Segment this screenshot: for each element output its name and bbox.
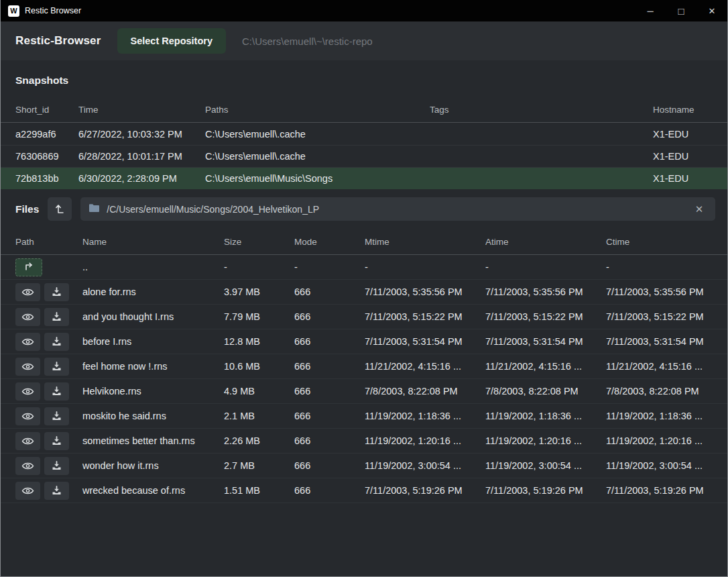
file-name: wonder how it.rns (82, 460, 224, 471)
snapshot-paths: C:\Users\emuell\Music\Songs (205, 173, 430, 184)
preview-file-button[interactable] (15, 358, 40, 376)
download-file-button[interactable] (44, 382, 69, 401)
file-actions (15, 432, 82, 450)
preview-file-button[interactable] (15, 407, 40, 425)
file-ctime: 11/21/2002, 4:15:16 ... (606, 361, 713, 372)
eye-icon (21, 337, 34, 346)
download-file-button[interactable] (44, 358, 69, 376)
eye-icon (21, 288, 34, 297)
preview-file-button[interactable] (15, 283, 40, 301)
file-mtime: - (365, 262, 485, 272)
file-row[interactable]: before I.rns12.8 MB6667/11/2003, 5:31:54… (1, 329, 727, 354)
preview-file-button[interactable] (15, 457, 40, 475)
file-atime: 11/21/2002, 4:15:16 ... (485, 361, 606, 372)
download-file-button[interactable] (44, 482, 69, 500)
file-ctime: 11/19/2002, 1:18:36 ... (606, 411, 713, 421)
file-mtime: 7/11/2003, 5:15:22 PM (365, 311, 485, 322)
col-size: Size (224, 237, 294, 247)
file-mtime: 7/11/2003, 5:31:54 PM (365, 336, 485, 347)
file-size: 2.7 MB (224, 460, 294, 471)
snapshot-row[interactable]: 72b813bb6/30/2022, 2:28:09 PMC:\Users\em… (1, 167, 727, 189)
download-file-button[interactable] (44, 333, 69, 351)
file-mtime: 11/19/2002, 1:20:16 ... (365, 435, 485, 446)
file-ctime: 7/11/2003, 5:15:22 PM (606, 311, 713, 322)
file-size: 2.26 MB (224, 435, 294, 446)
maximize-button[interactable]: □ (666, 0, 696, 21)
col-ctime: Ctime (606, 237, 713, 247)
file-ctime: 7/8/2003, 8:22:08 PM (606, 386, 713, 397)
eye-icon (21, 362, 34, 371)
col-hostname: Hostname (653, 105, 713, 115)
file-mtime: 7/11/2003, 5:19:26 PM (365, 485, 485, 496)
file-row[interactable]: Helvikone.rns4.9 MB6667/8/2003, 8:22:08 … (1, 379, 727, 404)
file-name: sometimes better than.rns (82, 435, 224, 446)
file-size: 7.79 MB (224, 311, 294, 322)
file-mode: 666 (294, 485, 365, 496)
file-row[interactable]: sometimes better than.rns2.26 MB66611/19… (1, 429, 727, 454)
file-name: wrecked because of.rns (82, 485, 224, 496)
file-actions (15, 308, 82, 326)
file-size: - (224, 262, 294, 272)
titlebar: W Restic Browser ─ □ ✕ (1, 0, 727, 21)
file-mode: 666 (294, 386, 365, 397)
file-row[interactable]: and you thought I.rns7.79 MB6667/11/2003… (1, 305, 727, 329)
file-row[interactable]: moskito he said.rns2.1 MB66611/19/2002, … (1, 404, 727, 429)
parent-directory-row[interactable]: ..----- (1, 255, 727, 280)
preview-file-button[interactable] (15, 382, 40, 401)
file-mode: 666 (294, 460, 365, 471)
download-file-button[interactable] (44, 457, 69, 475)
col-short-id: Short_id (15, 105, 78, 115)
preview-file-button[interactable] (15, 432, 40, 450)
select-repository-button[interactable]: Select Repository (117, 28, 227, 54)
snapshot-short-id: 72b813bb (15, 173, 78, 184)
file-row[interactable]: wonder how it.rns2.7 MB66611/19/2002, 3:… (1, 454, 727, 478)
download-icon (52, 337, 62, 347)
file-actions (15, 482, 82, 500)
current-path-input[interactable]: /C/Users/emuell/Music/Songs/2004_Helveti… (80, 197, 715, 221)
file-name: alone for.rns (82, 286, 224, 297)
files-table-header: Path Name Size Mode Mtime Atime Ctime (1, 229, 727, 255)
file-ctime: 7/11/2003, 5:35:56 PM (606, 286, 713, 297)
download-file-button[interactable] (44, 407, 69, 425)
eye-icon (21, 313, 34, 321)
col-name: Name (82, 237, 224, 247)
preview-file-button[interactable] (15, 333, 40, 351)
download-file-button[interactable] (44, 308, 69, 326)
preview-file-button[interactable] (15, 482, 40, 500)
file-row[interactable]: wrecked because of.rns1.51 MB6667/11/200… (1, 478, 727, 503)
snapshot-paths: C:\Users\emuell\.cache (205, 129, 430, 140)
file-row[interactable]: feel home now !.rns10.6 MB66611/21/2002,… (1, 354, 727, 379)
return-arrow-icon (23, 262, 34, 273)
eye-icon (21, 437, 34, 445)
col-atime: Atime (485, 237, 606, 247)
up-arrow-icon (55, 203, 65, 216)
file-mode: 666 (294, 336, 365, 347)
files-table-body: ..-----alone for.rns3.97 MB6667/11/2003,… (1, 255, 727, 503)
files-heading: Files (15, 203, 39, 215)
snapshot-time: 6/28/2022, 10:01:17 PM (78, 151, 205, 162)
snapshot-hostname: X1-EDU (653, 151, 713, 162)
snapshot-short-id: a2299af6 (15, 129, 78, 140)
snapshot-row[interactable]: 763068696/28/2022, 10:01:17 PMC:\Users\e… (1, 145, 727, 167)
download-file-button[interactable] (44, 283, 69, 301)
preview-file-button[interactable] (15, 308, 40, 326)
go-up-directory-button[interactable] (48, 197, 72, 221)
file-ctime: 7/11/2003, 5:31:54 PM (606, 336, 713, 347)
go-to-parent-button[interactable] (15, 258, 42, 276)
snapshot-row[interactable]: a2299af66/27/2022, 10:03:32 PMC:\Users\e… (1, 123, 727, 145)
download-file-button[interactable] (44, 432, 69, 450)
file-row[interactable]: alone for.rns3.97 MB6667/11/2003, 5:35:5… (1, 280, 727, 305)
file-name: and you thought I.rns (82, 311, 224, 322)
file-size: 10.6 MB (224, 361, 294, 372)
close-button[interactable]: ✕ (696, 0, 727, 21)
titlebar-left: W Restic Browser (1, 5, 635, 17)
file-atime: 11/19/2002, 3:00:54 ... (485, 460, 606, 471)
file-size: 4.9 MB (224, 386, 294, 397)
clear-path-button[interactable]: ✕ (691, 201, 707, 217)
col-paths: Paths (205, 105, 430, 115)
file-name: feel home now !.rns (82, 361, 224, 372)
snapshot-hostname: X1-EDU (653, 129, 713, 140)
minimize-button[interactable]: ─ (635, 0, 666, 21)
file-name: .. (82, 262, 224, 272)
file-actions (15, 382, 82, 401)
